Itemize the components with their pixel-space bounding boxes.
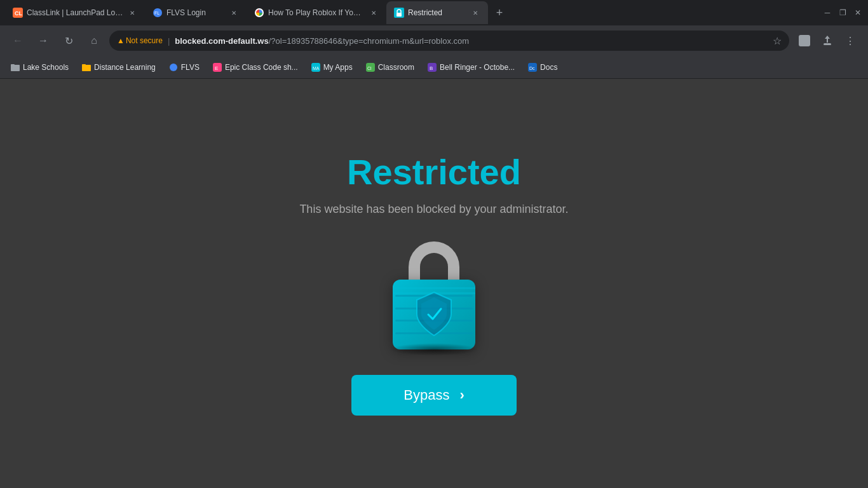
lock-icon [383, 241, 485, 349]
bookmark-flvs[interactable]: FLVS [163, 60, 205, 75]
bookmarks-bar: Lake Schools Distance Learning FLVS E Ep… [0, 56, 868, 79]
myapps-bookmark-icon: MA [311, 62, 321, 72]
bookmark-bell-ringer-label: Bell Ringer - Octobe... [440, 63, 515, 72]
minimize-button[interactable]: ─ [822, 8, 832, 18]
flvs-bookmark-icon [168, 62, 179, 72]
bookmark-distance-learning-label: Distance Learning [94, 63, 156, 72]
tab-restricted-title: Restricted [408, 8, 466, 17]
svg-rect-12 [82, 64, 86, 66]
tab-classlink-title: ClassLink | LaunchPad Login [27, 8, 123, 17]
google-favicon [254, 8, 264, 18]
docs-bookmark-icon: Dc [527, 62, 538, 72]
bookmark-epic[interactable]: E Epic Class Code sh... [207, 60, 303, 75]
tab-flvs-close[interactable]: ✕ [229, 8, 239, 18]
svg-rect-6 [397, 13, 402, 17]
bookmark-docs[interactable]: Dc Docs [522, 60, 562, 75]
svg-text:CL: CL [15, 10, 22, 17]
svg-point-13 [170, 64, 177, 71]
svg-text:B: B [430, 65, 433, 71]
folder-icon-2 [81, 62, 92, 72]
reload-button[interactable]: ↻ [58, 30, 79, 51]
back-button[interactable]: ← [8, 30, 28, 51]
tab-restricted[interactable]: Restricted ✕ [386, 1, 488, 24]
classlink-favicon: CL [13, 8, 23, 18]
maximize-button[interactable]: ❐ [837, 8, 848, 18]
bookmark-lake-schools[interactable]: Lake Schools [5, 60, 74, 75]
browser-frame: CL ClassLink | LaunchPad Login ✕ FL FLVS… [0, 0, 868, 488]
page-title: Restricted [347, 151, 521, 193]
address-url: blocked.com-default.ws/?ol=18935788646&t… [175, 36, 769, 46]
svg-rect-10 [11, 64, 15, 66]
new-tab-button[interactable]: + [491, 4, 508, 22]
home-button[interactable]: ⌂ [84, 30, 104, 51]
close-button[interactable]: ✕ [853, 8, 863, 18]
tab-classlink[interactable]: CL ClassLink | LaunchPad Login ✕ [5, 1, 145, 24]
tab-roblox-title: How To Play Roblox If Your On C [268, 8, 365, 17]
svg-text:FL: FL [154, 11, 159, 15]
tab-roblox-close[interactable]: ✕ [369, 8, 379, 18]
bookmark-lake-schools-label: Lake Schools [23, 63, 69, 72]
folder-icon [10, 62, 20, 72]
bookmark-bell-ringer[interactable]: B Bell Ringer - Octobe... [422, 60, 520, 75]
flvs-favicon: FL [153, 8, 163, 18]
tab-classlink-close[interactable]: ✕ [127, 8, 137, 18]
title-bar: CL ClassLink | LaunchPad Login ✕ FL FLVS… [0, 0, 868, 25]
bypass-label: Bypass [403, 387, 449, 403]
classroom-bookmark-icon: Cl [365, 62, 376, 72]
extensions-button[interactable] [817, 30, 837, 51]
tab-flvs-title: FLVS Login [166, 8, 225, 17]
svg-rect-7 [799, 35, 810, 46]
bookmark-distance-learning[interactable]: Distance Learning [76, 60, 161, 75]
svg-rect-8 [824, 43, 831, 45]
security-warning: ▲ Not secure [117, 36, 163, 45]
bookmark-star-icon[interactable]: ☆ [773, 35, 782, 47]
profile-button[interactable] [794, 30, 815, 51]
tab-flvs[interactable]: FL FLVS Login ✕ [145, 1, 247, 24]
tab-restricted-close[interactable]: ✕ [470, 8, 480, 18]
tab-roblox[interactable]: How To Play Roblox If Your On C ✕ [247, 1, 386, 24]
lock-body [393, 280, 475, 349]
address-domain: blocked.com-default.ws [175, 36, 268, 46]
restricted-favicon [394, 8, 404, 18]
svg-text:Cl: Cl [367, 66, 372, 71]
bookmark-classroom[interactable]: Cl Classroom [360, 60, 419, 75]
nav-bar: ← → ↻ ⌂ ▲ Not secure | blocked.com-defau… [0, 25, 868, 56]
bookmark-classroom-label: Classroom [378, 63, 414, 72]
nav-actions: ⋮ [794, 30, 860, 51]
forward-button[interactable]: → [33, 30, 53, 51]
address-bar[interactable]: ▲ Not secure | blocked.com-default.ws/?o… [109, 30, 789, 51]
bell-bookmark-icon: B [427, 62, 437, 72]
bookmark-myapps[interactable]: MA My Apps [306, 60, 358, 75]
address-path: /?ol=18935788646&type=chromium-m&url=rob… [269, 36, 469, 46]
bookmark-epic-label: Epic Class Code sh... [225, 63, 298, 72]
bookmark-myapps-label: My Apps [323, 63, 353, 72]
page-subtitle: This website has been blocked by your ad… [299, 203, 568, 216]
bypass-arrow-icon: › [459, 387, 464, 403]
bookmark-flvs-label: FLVS [181, 63, 200, 72]
lock-shield-svg [412, 290, 456, 339]
bookmark-docs-label: Docs [540, 63, 557, 72]
svg-text:MA: MA [313, 66, 320, 71]
svg-text:Dc: Dc [529, 66, 535, 71]
epic-bookmark-icon: E [212, 62, 222, 72]
menu-button[interactable]: ⋮ [840, 30, 860, 51]
svg-text:E: E [215, 65, 218, 71]
window-controls: ─ ❐ ✕ [822, 8, 863, 18]
lock-shadow [390, 343, 478, 356]
bypass-button[interactable]: Bypass › [351, 375, 517, 416]
page-content: Restricted This website has been blocked… [0, 79, 868, 488]
